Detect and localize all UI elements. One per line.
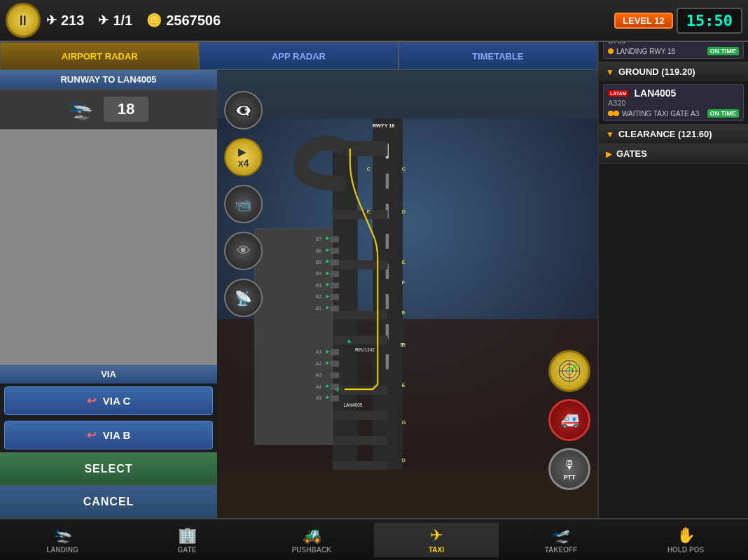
svg-text:A5: A5 (316, 396, 321, 400)
lan4005-dot1 (608, 111, 614, 116)
svg-text:E: E (402, 309, 406, 316)
svg-text:➤: ➤ (325, 360, 330, 366)
svg-rect-14 (333, 311, 388, 320)
svg-rect-33 (330, 396, 339, 402)
lan4005-on-time: ON TIME (707, 109, 740, 118)
taxi-icon: ✈ (430, 526, 443, 545)
emergency-button[interactable]: 🚑 (548, 399, 590, 441)
ratio-icon: ✈ (98, 13, 109, 28)
bottom-nav: 🛬 LANDING 🏢 GATE 🚜 PUSHBACK ✈ TAXI 🛫 TAK… (0, 518, 748, 560)
nav-pushback[interactable]: 🚜 PUSHBACK (249, 523, 374, 557)
svg-rect-30 (330, 360, 339, 367)
runway-selection: 🛬 18 (0, 90, 217, 130)
takeoff-label: TAKEOFF (545, 546, 577, 554)
svg-text:A2: A2 (316, 361, 321, 366)
replay-button[interactable]: 📹 (224, 185, 263, 223)
svg-rect-27 (330, 294, 339, 300)
pause-button[interactable] (6, 3, 41, 38)
antenna-button[interactable]: 📡 (224, 279, 263, 317)
ground-header[interactable]: ▼ GROUND (119.20) (599, 62, 748, 81)
runway-header: RUNWAY TO LAN4005 (0, 70, 217, 90)
tabs-bar: AIRPORT RADAR APP RADAR TIMETABLE (0, 42, 597, 70)
flight-icon: ✈ (46, 13, 57, 28)
gates-header[interactable]: ▶ GATES (599, 144, 748, 163)
select-button[interactable]: SELECT (0, 452, 217, 485)
ratio-value: 1/1 (113, 13, 132, 29)
svg-rect-12 (333, 210, 388, 219)
nav-gate[interactable]: 🏢 GATE (125, 523, 249, 557)
ambulance-icon: 🚑 (560, 411, 579, 429)
lan4005-status: WAITING TAXI GATE A3 (622, 110, 705, 118)
svg-rect-31 (330, 372, 339, 379)
clearance-name: CLEARANCE (121.60) (618, 129, 712, 139)
svg-text:➤: ➤ (325, 247, 330, 253)
svg-text:➤: ➤ (325, 349, 330, 355)
svg-text:B7: B7 (316, 237, 321, 241)
nav-hold-pos[interactable]: ✋ HOLD POS (623, 523, 748, 557)
flights-stat: ✈ 213 (46, 13, 84, 29)
pushback-label: PUSHBACK (292, 546, 332, 554)
flights-count: 213 (61, 13, 84, 29)
svg-text:B3: B3 (316, 283, 321, 288)
camera-button[interactable]: 👁‍🗨 (224, 91, 263, 130)
top-bar: ✈ 213 ✈ 1/1 🪙 2567506 LEVEL 12 15:50 (0, 0, 748, 42)
hold-pos-icon: ✋ (677, 526, 695, 545)
level-badge: LEVEL 12 (614, 13, 673, 29)
svg-text:B4: B4 (316, 271, 321, 276)
cancel-button[interactable]: CANCEL (0, 485, 217, 518)
radar-icon (557, 358, 582, 384)
svg-text:✈: ✈ (345, 339, 353, 344)
eye-button[interactable]: 👁 (224, 232, 263, 270)
svg-rect-10 (386, 354, 389, 369)
clearance-triangle-icon: ▼ (606, 130, 614, 139)
svg-rect-16 (333, 386, 388, 395)
latam-logo: LATAM (608, 90, 628, 97)
svg-text:G: G (402, 419, 406, 426)
svg-rect-23 (330, 248, 339, 254)
svg-rect-22 (330, 237, 339, 243)
svg-text:E: E (402, 382, 406, 388)
timer-display: 15:50 (677, 8, 742, 34)
svg-text:B2: B2 (316, 294, 321, 299)
svg-text:➤: ➤ (325, 383, 330, 389)
svg-text:➤: ➤ (325, 235, 330, 241)
waypoints-area (0, 130, 217, 365)
tab-timetable[interactable]: TIMETABLE (399, 42, 597, 70)
hold-pos-label: HOLD POS (667, 546, 704, 554)
radar-button[interactable] (548, 350, 590, 392)
tab-airport-radar[interactable]: AIRPORT RADAR (0, 42, 199, 70)
svg-text:➤: ➤ (325, 394, 330, 400)
svg-text:E: E (402, 259, 406, 265)
right-controls: 🚑 🎙 PTT (548, 350, 590, 490)
nav-landing[interactable]: 🛬 LANDING (0, 523, 125, 557)
airport-map-svg: B7 B6 B5 B4 B3 B2 B1 A1 A2 A3 A4 A5 ➤ ➤ … (217, 70, 597, 518)
runway-aircraft-icon: 🛬 (69, 98, 93, 121)
gate-label: GATE (177, 546, 196, 554)
via-b-option[interactable]: ↩ VIA B (4, 421, 213, 449)
clearance-header[interactable]: ▼ CLEARANCE (121.60) (599, 125, 748, 144)
nav-taxi[interactable]: ✈ TAXI (374, 523, 499, 557)
svg-text:A3: A3 (316, 372, 321, 377)
coins-stat: 🪙 2567506 (146, 13, 221, 29)
landing-label: LANDING (46, 546, 78, 554)
via-c-option[interactable]: ↩ VIA C (4, 386, 213, 415)
tab-app-radar[interactable]: APP RADAR (199, 42, 398, 70)
nav-takeoff[interactable]: 🛫 TAKEOFF (499, 523, 623, 557)
lan4005-card[interactable]: LATAM LAN4005 A320 WAITING TAXI GATE A3 … (603, 84, 744, 121)
ground-triangle-icon: ▼ (606, 67, 614, 77)
ptt-label: PTT (564, 474, 576, 481)
takeoff-icon: 🛫 (552, 526, 571, 545)
left-panel: RUNWAY TO LAN4005 🛬 18 VIA ↩ VIA C ↩ VIA… (0, 70, 217, 518)
via-c-arrow: ↩ (87, 394, 96, 407)
speed-x4-button[interactable]: ▶x4 (224, 138, 263, 176)
coin-icon: 🪙 (146, 13, 162, 28)
left-controls: 👁‍🗨 ▶x4 📹 👁 📡 (224, 91, 263, 317)
svg-rect-29 (330, 349, 339, 356)
svg-rect-17 (333, 411, 388, 420)
ground-section: ▼ GROUND (119.20) LATAM LAN4005 A320 WAI… (599, 62, 748, 125)
landing-icon: 🛬 (53, 526, 72, 545)
svg-rect-24 (330, 260, 339, 266)
gates-section: ▶ GATES (599, 144, 748, 164)
svg-rect-26 (330, 283, 339, 289)
ptt-button[interactable]: 🎙 PTT (548, 448, 590, 490)
